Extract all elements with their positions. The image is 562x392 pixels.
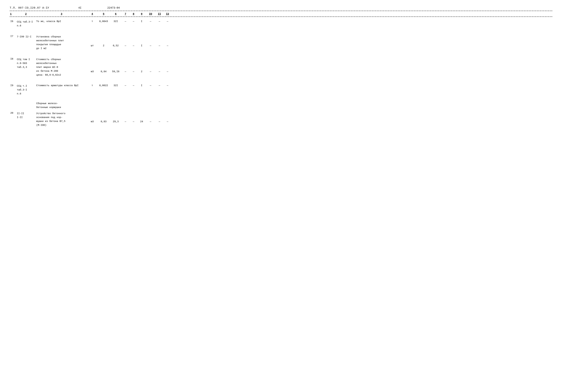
row-unit-20: м3 xyxy=(87,111,97,123)
col-header-1: 1 xyxy=(10,13,16,15)
row-col11-19: — xyxy=(155,84,164,87)
col-header-3: 3 xyxy=(35,13,87,15)
col-header-4: 4 xyxy=(87,13,97,15)
row-qty-16: 0,0043 xyxy=(97,20,110,23)
row-unit-18: м3 xyxy=(87,57,97,73)
row-col12-19: — xyxy=(164,84,172,87)
row-col7-17: — xyxy=(121,35,129,48)
row-col9-17: I xyxy=(138,35,146,48)
row-col10-18: — xyxy=(146,57,155,73)
col-header-2: 2 xyxy=(16,13,35,15)
row-qty-18: 0,04 xyxy=(97,57,110,73)
row-col10-20: — xyxy=(146,111,155,123)
table-row: I7 7-I99 I2-I Установка сборныхжелезобет… xyxy=(10,34,552,51)
header-code: 22473-04 xyxy=(107,6,120,9)
col-header-12: I2 xyxy=(164,13,172,15)
row-unit-16: т xyxy=(87,20,97,23)
header-number: 4I xyxy=(78,6,82,9)
row-col12-18: — xyxy=(164,57,172,73)
row-col7-20: — xyxy=(121,111,129,123)
row-col8-16: — xyxy=(129,20,138,23)
col-header-6: 6 xyxy=(110,13,121,15)
section-label-row: Сборные железо-бетонные кормушки xyxy=(10,101,552,110)
row-col12-20: — xyxy=(164,111,172,123)
row-price-16: 32I xyxy=(110,20,121,23)
row-ref-18: ССЦ том Iп.8-503таб.3,3 xyxy=(16,57,35,70)
row-num-17: I7 xyxy=(10,35,16,38)
row-col8-18: — xyxy=(129,57,138,73)
col-header-7: 7 xyxy=(121,13,129,15)
row-col7-19: — xyxy=(121,84,129,87)
row-ref-20: II-III-II xyxy=(16,111,35,120)
col-header-9: 9 xyxy=(138,13,146,15)
row-col7-16: — xyxy=(121,20,129,23)
row-col8-17: — xyxy=(129,35,138,48)
col-header-8: 8 xyxy=(129,13,138,15)
row-col10-19: — xyxy=(146,84,155,87)
row-col11-16: — xyxy=(155,20,164,23)
col-header-5: 5 xyxy=(97,13,110,15)
row-num-19: I9 xyxy=(10,84,16,87)
row-price-20: 29,3 xyxy=(110,111,121,123)
table-row: I8 ССЦ том Iп.8-503таб.3,3 Стоимость сбо… xyxy=(10,57,552,78)
row-col9-20: 24 xyxy=(138,111,146,123)
row-unit-19: т xyxy=(87,84,97,87)
row-qty-17: 2 xyxy=(97,35,110,48)
row-col10-16: — xyxy=(146,20,155,23)
row-col9-16: I xyxy=(138,20,146,23)
row-col12-16: — xyxy=(164,20,172,23)
row-col12-17: — xyxy=(164,35,172,48)
row-qty-20: 0,83 xyxy=(97,111,110,123)
row-price-19: 32I xyxy=(110,84,121,87)
row-col11-18: — xyxy=(155,57,164,73)
row-unit-17: шт xyxy=(87,35,97,48)
row-price-18: 59,I6 xyxy=(110,57,121,73)
row-desc-17: Установка сборныхжелезобетонных плитпокр… xyxy=(35,35,87,51)
row-num-16: I6 xyxy=(10,20,16,23)
table-row: 20 II-III-II Устройство бетонногооснован… xyxy=(10,111,552,128)
table-body: I6 ССЦ таб.3-I п.6 То же, класса BрI т 0… xyxy=(10,19,552,128)
header-title: Т.П. 807-IO_I20.87 А-IУ xyxy=(10,6,49,9)
row-ref-16: ССЦ таб.3-I п.6 xyxy=(16,20,35,28)
row-desc-19: Стоимость арматуры класса BрI xyxy=(35,84,87,87)
row-qty-19: 0,0022 xyxy=(97,84,110,87)
column-headers: 1 2 3 4 5 6 7 8 9 IO II I2 xyxy=(10,12,552,17)
row-col11-17: — xyxy=(155,35,164,48)
row-ref-17: 7-I99 I2-I xyxy=(16,35,35,39)
row-col9-18: 2 xyxy=(138,57,146,73)
table-row: I9 ССЦ т.Iтаб.3-Iп.6 Стоимость арматуры … xyxy=(10,83,552,97)
col-header-11: II xyxy=(155,13,164,15)
row-ref-19: ССЦ т.Iтаб.3-Iп.6 xyxy=(16,84,35,96)
row-desc-18: Стоимость сборныхжелезобетонныхплит марк… xyxy=(35,57,87,77)
row-price-17: 0,52 xyxy=(110,35,121,48)
section-label-text: Сборные железо-бетонные кормушки xyxy=(35,101,87,110)
row-desc-16: То же, класса BрI xyxy=(35,20,87,23)
header: Т.П. 807-IO_I20.87 А-IУ 4I 22473-04 xyxy=(10,6,552,9)
row-col8-19: — xyxy=(129,84,138,87)
row-col8-20: — xyxy=(129,111,138,123)
row-col10-17: — xyxy=(146,35,155,48)
top-dashed-line xyxy=(10,11,552,11)
row-desc-20: Устройство бетонногооснования под кор-му… xyxy=(35,111,87,128)
table-row: I6 ССЦ таб.3-I п.6 То же, класса BрI т 0… xyxy=(10,19,552,29)
row-num-18: I8 xyxy=(10,57,16,61)
row-col7-18: — xyxy=(121,57,129,73)
row-col11-20: — xyxy=(155,111,164,123)
row-num-20: 20 xyxy=(10,111,16,115)
row-col9-19: I xyxy=(138,84,146,87)
col-header-10: IO xyxy=(146,13,155,15)
